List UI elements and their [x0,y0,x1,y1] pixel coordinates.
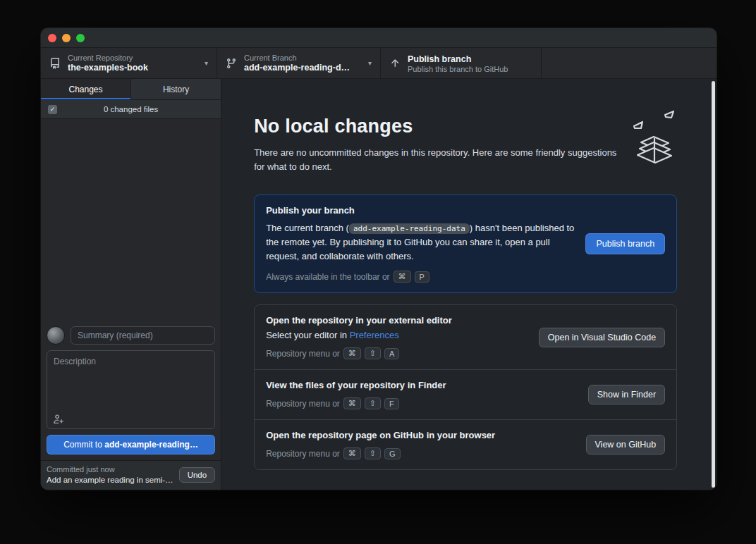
branch-name-code: add-example-reading-data [349,223,470,234]
g-key: G [384,448,401,459]
show-in-finder-suggestion: View the files of your repository in Fin… [255,369,676,419]
changed-files-count: 0 changed files [41,105,221,113]
cmd-key: ⌘ [343,397,361,409]
publish-branch-toolbar-button[interactable]: Publish branch Publish this branch to Gi… [381,48,542,78]
shift-key: ⇧ [365,397,381,409]
desktop-background: Current Repository the-examples-book ▾ C… [0,0,756,544]
branch-name: add-example-reading-d… [244,63,361,73]
changes-list[interactable] [41,119,221,321]
show-in-finder-button[interactable]: Show in Finder [588,385,665,404]
commit-form: Commit to add-example-reading… [41,321,221,460]
repository-name: the-examples-book [68,63,197,73]
a-key: A [384,348,399,359]
minimize-window-button[interactable] [62,34,71,42]
zoom-window-button[interactable] [76,34,85,42]
open-in-editor-suggestion: Open the repository in your external edi… [255,305,676,369]
publish-card-body: The current branch (add-example-reading-… [266,221,575,264]
publish-shortcut-hint: Always available in the toolbar or ⌘ P [266,271,665,283]
close-window-button[interactable] [48,34,56,42]
select-all-checkbox[interactable]: ✓ [48,105,57,114]
app-body: Changes History ✓ 0 changed files [41,79,717,490]
editor-shortcut-hint: Repository menu or ⌘ ⇧ A [266,347,665,359]
git-branch-icon [226,58,237,69]
repository-label: Current Repository [68,54,197,62]
commit-button[interactable]: Commit to add-example-reading… [47,435,215,455]
window-titlebar[interactable] [41,28,717,48]
current-repository-selector[interactable]: Current Repository the-examples-book ▾ [41,48,217,78]
chevron-down-icon: ▾ [368,59,372,67]
chevron-down-icon: ▾ [205,59,208,67]
sidebar-tabs: Changes History [41,79,221,100]
tab-changes[interactable]: Changes [41,79,131,99]
p-key: P [415,271,429,283]
undo-button[interactable]: Undo [179,467,216,483]
suggestions-list: Open the repository in your external edi… [254,304,677,470]
commit-status-text: Committed just now [47,465,173,474]
branch-label: Current Branch [244,54,361,62]
tab-changes-label: Changes [69,85,103,94]
summary-input[interactable] [71,326,215,345]
cmd-key: ⌘ [394,271,411,283]
f-key: F [384,398,399,409]
publish-branch-card: Publish your branch The current branch (… [254,194,677,293]
toolbar: Current Repository the-examples-book ▾ C… [41,48,717,79]
tab-history[interactable]: History [131,79,221,99]
suggestion-title: Open the repository in your external edi… [266,315,665,326]
publish-branch-label: Publish branch [408,54,532,64]
no-changes-view: No local changes There are no uncommitte… [221,79,717,490]
current-branch-selector[interactable]: Current Branch add-example-reading-d… ▾ [217,48,381,78]
preferences-link[interactable]: Preferences [350,330,399,340]
cmd-key: ⌘ [343,447,361,459]
tab-history-label: History [163,85,189,94]
description-field[interactable] [47,350,215,429]
page-subtitle: There are no uncommitted changes in this… [254,146,628,173]
repo-icon [49,58,61,69]
add-coauthor-button[interactable] [53,414,63,424]
view-on-github-button[interactable]: View on GitHub [586,435,666,455]
sidebar: Changes History ✓ 0 changed files [41,79,221,490]
publish-branch-button[interactable]: Publish branch [585,233,665,254]
publish-branch-sublabel: Publish this branch to GitHub [408,65,532,73]
arrow-up-icon [389,58,401,69]
shift-key: ⇧ [365,447,381,459]
changed-files-header[interactable]: ✓ 0 changed files [41,100,221,119]
shift-key: ⇧ [365,347,381,359]
cmd-key: ⌘ [343,347,361,359]
app-window: Current Repository the-examples-book ▾ C… [41,28,717,490]
publish-card-title: Publish your branch [266,205,665,216]
no-changes-illustration [614,109,681,171]
description-input[interactable] [47,351,214,416]
avatar [47,326,65,345]
last-commit-message: Add an example reading in semi-… [47,476,173,484]
scrollbar[interactable] [712,81,715,488]
undo-commit-banner: Committed just now Add an example readin… [41,460,221,490]
open-in-editor-button[interactable]: Open in Visual Studio Code [539,328,665,347]
view-on-github-suggestion: Open the repository page on GitHub in yo… [255,419,676,469]
